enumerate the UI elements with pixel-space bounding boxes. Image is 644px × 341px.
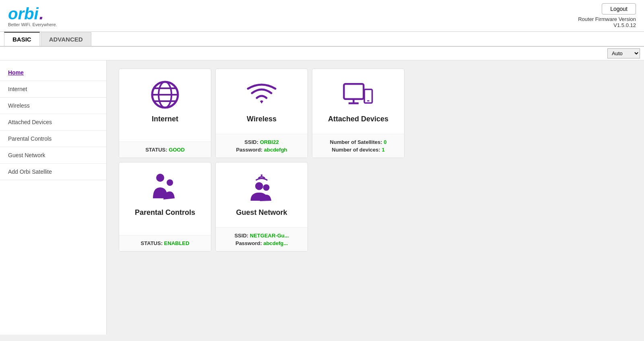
svg-point-13 (255, 182, 263, 190)
wireless-ssid-line: SSID: ORBI22 (220, 139, 303, 145)
guest-ssid-line: SSID: NETGEAR-Gu... (220, 233, 303, 239)
card-internet-title: Internet (152, 115, 178, 123)
tab-basic[interactable]: BASIC (4, 32, 40, 46)
globe-icon (149, 79, 181, 111)
card-attached-devices-top: Attached Devices (312, 69, 404, 134)
card-guest-network-status: SSID: NETGEAR-Gu... Password: abcdefg... (216, 227, 308, 251)
logo-tagline: Better WiFi. Everywhere. (8, 22, 57, 27)
sidebar-item-attached-devices[interactable]: Attached Devices (0, 114, 106, 131)
logo: orbi. (8, 5, 57, 23)
wifi-icon (246, 79, 278, 111)
internet-status-line: STATUS: GOOD (123, 147, 207, 153)
wireless-password-line: Password: abcdefgh (220, 147, 303, 153)
card-internet-status: STATUS: GOOD (119, 141, 211, 158)
language-select-wrap: Auto English French German Spanish (0, 47, 644, 60)
card-guest-network[interactable]: Guest Network SSID: NETGEAR-Gu... Passwo… (215, 162, 308, 252)
firmware-info: Router Firmware Version V1.5.0.12 (578, 16, 636, 28)
card-wireless-title: Wireless (247, 115, 277, 123)
satellites-line: Number of Satellites: 0 (316, 139, 400, 145)
sidebar-item-guest-network[interactable]: Guest Network (0, 147, 106, 164)
logout-button[interactable]: Logout (602, 3, 636, 15)
card-parental-controls-top: Parental Controls (119, 162, 211, 235)
svg-point-14 (263, 184, 270, 191)
sidebar-item-add-orbi-satellite[interactable]: Add Orbi Satellite (0, 164, 106, 180)
card-attached-devices-status: Number of Satellites: 0 Number of device… (312, 134, 404, 158)
sidebar-item-parental-controls[interactable]: Parental Controls (0, 131, 106, 147)
card-parental-controls[interactable]: Parental Controls STATUS: ENABLED (119, 162, 211, 252)
parental-icon (149, 172, 181, 204)
parental-status-line: STATUS: ENABLED (123, 240, 207, 246)
logo-area: orbi. Better WiFi. Everywhere. (8, 5, 57, 27)
svg-point-11 (167, 179, 173, 186)
card-guest-network-title: Guest Network (236, 208, 287, 217)
svg-point-10 (156, 174, 164, 182)
header: orbi. Better WiFi. Everywhere. Logout Ro… (0, 0, 644, 32)
card-attached-devices-title: Attached Devices (328, 115, 388, 123)
sidebar-item-home[interactable]: Home (0, 64, 106, 81)
tab-advanced[interactable]: ADVANCED (41, 32, 91, 46)
card-attached-devices[interactable]: Attached Devices Number of Satellites: 0… (312, 69, 405, 158)
devices-icon (342, 79, 374, 111)
svg-rect-5 (344, 84, 363, 99)
card-wireless-top: Wireless (216, 69, 308, 134)
header-right: Logout Router Firmware Version V1.5.0.12 (578, 3, 636, 28)
content-area: Internet STATUS: GOOD (107, 60, 644, 335)
card-wireless-status: SSID: ORBI22 Password: abcdefgh (216, 134, 308, 158)
card-guest-network-top: Guest Network (216, 162, 308, 227)
card-internet[interactable]: Internet STATUS: GOOD (119, 69, 211, 158)
tabs-bar: BASIC ADVANCED (0, 32, 644, 47)
guest-icon (246, 172, 278, 204)
guest-password-line: Password: abcdefg... (220, 240, 303, 246)
cards-grid: Internet STATUS: GOOD (119, 69, 632, 252)
devices-line: Number of devices: 1 (316, 147, 400, 153)
main-layout: Home Internet Wireless Attached Devices … (0, 60, 644, 335)
card-internet-top: Internet (119, 69, 211, 141)
sidebar: Home Internet Wireless Attached Devices … (0, 60, 107, 335)
sidebar-item-internet[interactable]: Internet (0, 81, 106, 98)
card-parental-controls-status: STATUS: ENABLED (119, 235, 211, 251)
sidebar-item-wireless[interactable]: Wireless (0, 98, 106, 114)
language-select[interactable]: Auto English French German Spanish (607, 48, 640, 58)
card-wireless[interactable]: Wireless SSID: ORBI22 Password: abcdefgh (215, 69, 308, 158)
card-parental-controls-title: Parental Controls (135, 208, 195, 217)
